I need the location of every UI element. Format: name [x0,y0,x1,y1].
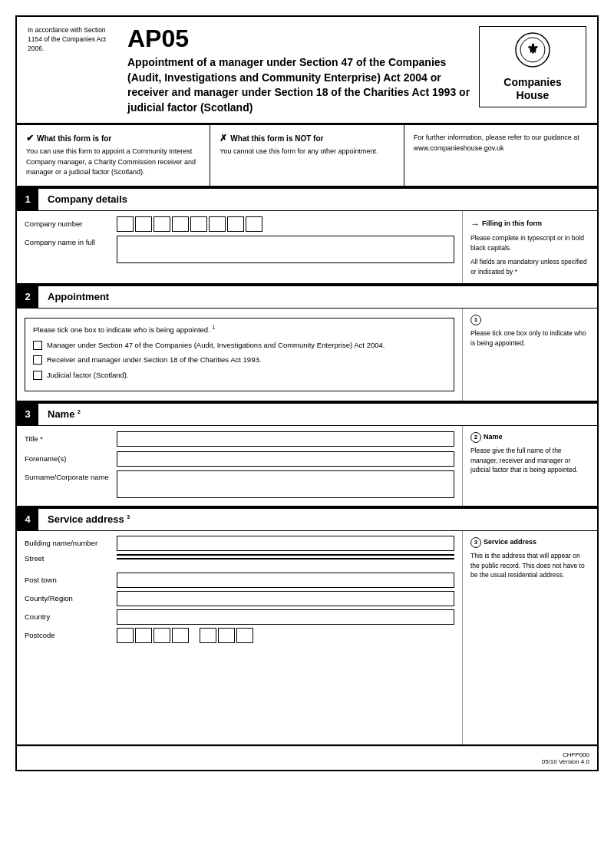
option2-checkbox[interactable] [33,355,42,365]
cn-box-7[interactable] [227,216,244,232]
company-number-boxes [117,216,262,232]
forename-row: Forename(s) [25,451,454,467]
what-not-for-body: You cannot use this form for any other a… [220,147,394,157]
company-number-label: Company number [25,219,117,228]
crest-svg: ⚜ [514,31,551,68]
section2-notes: 1 Please tick one box only to indicate w… [463,309,597,401]
what-for-title: ✔ What this form is for [26,133,200,144]
what-not-for-title: ✗ What this form is NOT for [220,133,394,144]
pc-box-6[interactable] [218,628,235,643]
section4-number: 4 [17,509,38,530]
note-num-2: 2 [470,432,481,443]
cn-box-1[interactable] [117,216,134,232]
section2-header: 2 Appointment [17,285,597,309]
option3-checkbox[interactable] [33,371,42,380]
posttown-label: Post town [25,576,117,584]
cn-box-8[interactable] [246,216,262,232]
section1-number: 1 [17,189,38,210]
street-input-1[interactable] [117,554,454,556]
pc-box-3[interactable] [154,628,170,643]
note-num-3: 3 [470,537,481,548]
note-num-1: 1 [470,315,481,325]
postcode-row: Postcode [25,628,454,643]
option1-checkbox[interactable] [33,341,42,350]
instruction-note: 1 [212,325,215,330]
building-label: Building name/number [25,539,117,547]
logo-emblem-icon: ⚜ [514,31,551,73]
section2-number: 2 [17,286,38,308]
postcode-boxes [117,628,253,643]
street-label: Street [25,554,117,563]
companies-house-logo: ⚜ Companies House [479,26,586,107]
option3-row: Judicial factor (Scotland). [33,370,446,380]
legal-ref-text: In accordance with Section 1154 of the C… [28,26,106,52]
cn-box-2[interactable] [135,216,152,232]
option1-label: Manager under Section 47 of the Companie… [47,340,385,350]
company-name-label: Company name in full [25,236,117,246]
county-label: County/Region [25,594,117,602]
title-label: Title * [25,434,117,443]
further-info-url: www.companieshouse.gov.uk [414,144,504,152]
pc-gap [190,628,198,643]
further-info-text: For further information, please refer to… [414,133,588,153]
pc-box-7[interactable] [236,628,253,643]
form-code: AP05 [127,26,471,51]
section3-main: Title * Forename(s) Surname/Corporate na… [17,426,463,506]
county-input[interactable] [117,591,454,606]
posttown-input[interactable] [117,573,454,588]
section4-header: 4 Service address 3 [17,507,597,531]
cn-box-3[interactable] [154,216,170,232]
section4-title: Service address 3 [38,513,130,525]
form-header: In accordance with Section 1154 of the C… [17,17,597,125]
what-for-cell: ✔ What this form is for You can use this… [17,125,210,186]
section4-notes-body: This is the address that will appear on … [470,551,589,580]
section2-body: Please tick one box to indicate who is b… [17,309,597,402]
section1-body: Company number Company name in full [17,211,597,285]
country-input[interactable] [117,609,454,625]
what-not-for-cell: ✗ What this form is NOT for You cannot u… [210,125,404,186]
section3-notes: 2 Name Please give the full name of the … [463,426,597,506]
section1-main: Company number Company name in full [17,211,463,283]
section1-notes: → Filling in this form Please complete i… [463,211,597,283]
cn-box-4[interactable] [172,216,189,232]
company-name-input[interactable] [117,236,454,263]
section3-body: Title * Forename(s) Surname/Corporate na… [17,426,597,507]
section4-body: Building name/number Street Post town Co… [17,531,597,746]
section1-notes-body1: Please complete in typescript or in bold… [470,233,589,253]
section2-main: Please tick one box to indicate who is b… [17,309,463,401]
section3-title: Name 2 [38,408,81,420]
section3-number: 3 [17,404,38,425]
title-input[interactable] [117,431,454,447]
posttown-row: Post town [25,573,454,588]
tick-icon: ✔ [26,133,34,144]
company-name-row: Company name in full [25,236,454,263]
pc-box-5[interactable] [200,628,216,643]
cn-box-5[interactable] [190,216,207,232]
building-input[interactable] [117,536,454,551]
section1-notes-body2: All fields are mandatory unless specifie… [470,257,589,277]
forename-input[interactable] [117,451,454,467]
surname-input[interactable] [117,470,454,498]
section1-header: 1 Company details [17,187,597,211]
section1-notes-title: → Filling in this form [470,217,589,231]
form-footer: CHFP000 05/10 Version 4.0 [17,746,597,770]
option2-row: Receiver and manager under Section 18 of… [33,355,446,365]
title-row: Title * [25,431,454,447]
section4-notes: 3 Service address This is the address th… [463,531,597,744]
pc-box-1[interactable] [117,628,134,643]
option3-label: Judicial factor (Scotland). [47,370,129,380]
section2-title: Appointment [38,291,109,302]
cn-box-6[interactable] [209,216,226,232]
svg-text:⚜: ⚜ [527,41,539,57]
postcode-label: Postcode [25,631,117,639]
legal-reference: In accordance with Section 1154 of the C… [28,26,120,54]
form-title: Appointment of a manager under Section 4… [127,55,471,115]
appointment-instruction: Please tick one box to indicate who is b… [33,325,446,334]
appointment-options-box: Please tick one box to indicate who is b… [25,318,454,391]
forename-label: Forename(s) [25,454,117,463]
pc-box-2[interactable] [135,628,152,643]
section3-notes-body: Please give the full name of the manager… [470,446,589,475]
pc-box-4[interactable] [172,628,189,643]
street-input-2[interactable] [117,558,454,559]
arrow-icon: → [470,217,480,231]
